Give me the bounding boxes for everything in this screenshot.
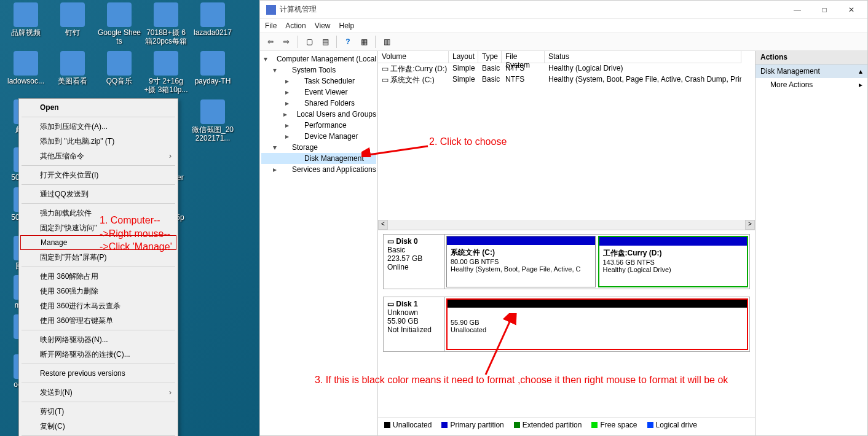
partition-bar xyxy=(447,299,748,308)
col-volume[interactable]: Volume xyxy=(378,51,449,63)
col-filesystem[interactable]: File System xyxy=(502,51,545,63)
scroll-left-button[interactable]: < xyxy=(378,220,388,230)
close-button[interactable]: ✕ xyxy=(838,1,865,18)
context-menu-item[interactable]: 强力卸载此软件 xyxy=(20,206,176,220)
tree-performance[interactable]: ▸Performance xyxy=(261,120,376,131)
col-status[interactable]: Status xyxy=(545,51,741,63)
tree-task-scheduler[interactable]: ▸Task Scheduler xyxy=(261,76,376,87)
tree-services[interactable]: ▸Services and Applications xyxy=(261,164,376,175)
context-menu-item[interactable]: 通过QQ发送到 xyxy=(20,187,176,201)
desktop-icon[interactable] xyxy=(191,187,235,231)
menu-item-icon xyxy=(24,222,35,233)
desktop-icon[interactable]: payday-TH xyxy=(191,51,235,95)
col-layout[interactable]: Layout xyxy=(449,51,478,63)
maximize-button[interactable]: □ xyxy=(811,1,838,18)
disk-size: 223.57 GB xyxy=(387,254,441,263)
desktop-icon[interactable] xyxy=(191,314,235,349)
disk-partitions: 55.90 GBUnallocated xyxy=(445,297,749,351)
col-type[interactable]: Type xyxy=(478,51,502,63)
context-menu-item[interactable]: 映射网络驱动器(N)... xyxy=(20,332,176,347)
context-menu-item[interactable]: Restore previous versions xyxy=(20,366,176,381)
menu-view[interactable]: View xyxy=(315,21,331,30)
context-menu-item[interactable]: 断开网络驱动器的连接(C)... xyxy=(20,347,176,362)
context-menu-item[interactable]: 打开文件夹位置(I) xyxy=(20,168,176,182)
context-menu-item[interactable]: 使用 360管理右键菜单 xyxy=(20,313,176,328)
partition[interactable]: 工作盘:Curry (D:)143.56 GB NTFSHealthy (Log… xyxy=(598,236,749,287)
refresh-button[interactable]: ▦ xyxy=(357,35,371,49)
desktop-icon[interactable]: lazada0217 xyxy=(191,2,235,46)
tree-shared-folders[interactable]: ▸Shared Folders xyxy=(261,98,376,109)
help-button[interactable]: ? xyxy=(341,35,355,49)
legend-item: Free space xyxy=(591,421,637,429)
context-menu-item[interactable]: Open xyxy=(20,100,176,115)
actions-section-disk-management[interactable]: Disk Management ▴ xyxy=(756,64,867,78)
context-menu-item[interactable]: 添加到压缩文件(A)... xyxy=(20,119,176,134)
menu-item-icon xyxy=(24,349,35,360)
menu-item-icon xyxy=(24,136,35,147)
desktop-icon[interactable] xyxy=(191,236,235,270)
tree-twisty-icon: ▸ xyxy=(283,77,291,85)
tree-disk-management[interactable]: Disk Management xyxy=(261,153,376,164)
context-menu-item[interactable]: 固定到"快速访问" xyxy=(20,220,176,235)
desktop-icon[interactable] xyxy=(191,147,235,182)
tree-root[interactable]: ▾Computer Management (Local xyxy=(261,53,376,64)
menu-item-label: 映射网络驱动器(N)... xyxy=(40,335,108,345)
context-menu-item[interactable]: 固定到"开始"屏幕(P) xyxy=(20,250,176,265)
horizontal-scrollbar[interactable]: < > xyxy=(378,220,755,230)
cell-layout: Simple xyxy=(449,63,478,74)
desktop-icon-label: 7018B+摄 6 箱20pcs每箱 xyxy=(144,28,188,46)
context-menu-item[interactable]: 发送到(N)› xyxy=(20,385,176,400)
menu-item-label: 固定到"开始"屏幕(P) xyxy=(40,252,107,263)
desktop-icon[interactable]: 美图看看 xyxy=(50,51,95,95)
legend-swatch xyxy=(384,422,390,428)
context-menu-item[interactable]: 使用 360强力删除 xyxy=(20,284,176,298)
tree-node-icon xyxy=(293,121,302,130)
desktop-icon[interactable]: Google Sheets xyxy=(97,2,141,46)
menu-item-label: 打开文件夹位置(I) xyxy=(40,170,98,181)
volume-row[interactable]: ▭ 工作盘:Curry (D:)SimpleBasicNTFSHealthy (… xyxy=(378,63,755,74)
tree-event-viewer[interactable]: ▸Event Viewer xyxy=(261,87,376,98)
scroll-track[interactable] xyxy=(388,220,745,230)
desktop-icon[interactable]: QQ音乐 xyxy=(97,51,141,95)
back-button[interactable]: ⇦ xyxy=(264,35,277,49)
context-menu-item[interactable]: 复制(C) xyxy=(20,419,176,434)
properties-button[interactable]: ▤ xyxy=(318,35,332,49)
tree-local-users-and-groups[interactable]: ▸Local Users and Groups xyxy=(261,109,376,120)
desktop-icon-label: 钉钉 xyxy=(50,28,95,37)
forward-button[interactable]: ⇨ xyxy=(280,35,293,49)
legend-swatch xyxy=(514,422,520,428)
desktop-icon[interactable]: 微信截图_202202171... xyxy=(191,99,235,143)
tree-storage[interactable]: ▾Storage xyxy=(261,142,376,153)
desktop-icon[interactable] xyxy=(191,275,235,309)
context-menu-item[interactable]: 剪切(T) xyxy=(20,404,176,419)
context-menu-item[interactable]: 添加到 "此电脑.zip" (T) xyxy=(20,134,176,149)
menu-help[interactable]: Help xyxy=(339,21,355,30)
volume-row[interactable]: ▭ 系统文件 (C:)SimpleBasicNTFSHealthy (Syste… xyxy=(378,74,755,85)
desktop-icon-label: 品牌视频 xyxy=(4,28,48,37)
view-button[interactable]: ▥ xyxy=(380,35,393,49)
titlebar[interactable]: 计算机管理 — □ ✕ xyxy=(260,1,867,19)
tree-device-manager[interactable]: ▸Device Manager xyxy=(261,131,376,142)
context-menu-item[interactable]: 其他压缩命令› xyxy=(20,149,176,163)
minimize-button[interactable]: — xyxy=(784,1,811,18)
tree-system-tools[interactable]: ▾System Tools xyxy=(261,64,376,76)
partition[interactable]: 55.90 GBUnallocated xyxy=(446,298,748,350)
context-menu-item[interactable]: Manage xyxy=(20,235,176,250)
desktop-icon[interactable]: 品牌视频 xyxy=(4,2,48,46)
desktop-icon[interactable]: 7018B+摄 6 箱20pcs每箱 xyxy=(144,2,188,46)
partition[interactable]: 系统文件 (C:)80.00 GB NTFSHealthy (System, B… xyxy=(446,236,596,287)
tree-node-label: Disk Management xyxy=(304,154,364,163)
context-menu-item[interactable]: 使用 360解除占用 xyxy=(20,269,176,284)
desktop-icon[interactable]: 9寸 2+16g+摄 3箱10p... xyxy=(144,51,188,95)
up-button[interactable]: ▢ xyxy=(302,35,316,49)
menu-action[interactable]: Action xyxy=(285,21,306,30)
tree-node-icon xyxy=(293,154,302,163)
menu-item-icon xyxy=(24,334,35,345)
app-icon xyxy=(60,2,85,27)
desktop-icon[interactable]: 钉钉 xyxy=(50,2,95,46)
scroll-right-button[interactable]: > xyxy=(745,220,755,230)
desktop-icon[interactable]: ladowsoc... xyxy=(4,51,48,95)
actions-more-actions[interactable]: More Actions ▸ xyxy=(756,78,867,91)
context-menu-item[interactable]: 使用 360进行木马云查杀 xyxy=(20,298,176,313)
menu-file[interactable]: File xyxy=(265,21,277,30)
